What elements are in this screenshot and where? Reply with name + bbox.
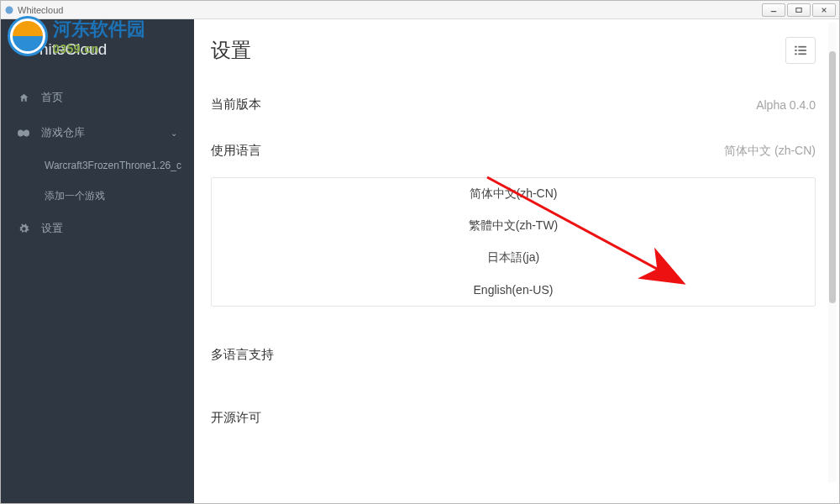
home-icon bbox=[18, 92, 29, 103]
window-titlebar: Whitecloud bbox=[1, 1, 839, 19]
sidebar: WhiteCloud 首页 游戏仓库 ⌄ Warcraft3FrozenThro… bbox=[1, 19, 194, 503]
language-dropdown-list: 简体中文(zh-CN) 繁體中文(zh-TW) 日本語(ja) English(… bbox=[211, 177, 816, 307]
sidebar-item-label: 设置 bbox=[41, 221, 63, 236]
version-label: 当前版本 bbox=[211, 97, 261, 113]
brand-title: WhiteCloud bbox=[1, 19, 194, 80]
sidebar-subitem-game[interactable]: Warcraft3FrozenThrone1.26_c bbox=[1, 150, 194, 181]
main-panel: 设置 当前版本 Alpha 0.4.0 使用语言 简体中文 (zh-CN) bbox=[194, 19, 839, 503]
chevron-down-icon: ⌄ bbox=[171, 129, 177, 138]
window-title: Whitecloud bbox=[18, 5, 63, 15]
sidebar-subitem-add[interactable]: 添加一个游戏 bbox=[1, 181, 194, 211]
sidebar-subitem-label: 添加一个游戏 bbox=[45, 189, 105, 203]
language-value: 简体中文 (zh-CN) bbox=[724, 144, 816, 159]
sidebar-item-settings[interactable]: 设置 bbox=[1, 211, 194, 246]
svg-rect-9 bbox=[798, 46, 806, 48]
lang-option-zh-tw[interactable]: 繁體中文(zh-TW) bbox=[212, 210, 815, 242]
scrollbar-thumb[interactable] bbox=[829, 51, 836, 303]
sidebar-item-home[interactable]: 首页 bbox=[1, 80, 194, 115]
list-icon bbox=[795, 45, 806, 55]
svg-rect-12 bbox=[795, 53, 797, 55]
version-value: Alpha 0.4.0 bbox=[756, 98, 816, 112]
svg-rect-11 bbox=[798, 50, 806, 51]
lang-option-zh-cn[interactable]: 简体中文(zh-CN) bbox=[212, 178, 815, 210]
svg-rect-10 bbox=[795, 50, 797, 51]
sidebar-subitem-label: Warcraft3FrozenThrone1.26_c bbox=[45, 160, 181, 171]
language-row[interactable]: 使用语言 简体中文 (zh-CN) bbox=[211, 128, 816, 174]
svg-rect-2 bbox=[796, 8, 801, 12]
lang-option-ja[interactable]: 日本語(ja) bbox=[212, 242, 815, 274]
app-icon bbox=[4, 5, 14, 15]
header-menu-button[interactable] bbox=[785, 37, 816, 64]
minimize-button[interactable] bbox=[762, 3, 785, 17]
svg-rect-13 bbox=[798, 53, 806, 55]
language-label: 使用语言 bbox=[211, 143, 261, 159]
svg-rect-8 bbox=[795, 46, 797, 48]
multilang-section[interactable]: 多语言支持 bbox=[211, 332, 816, 378]
gear-icon bbox=[18, 223, 29, 234]
page-title: 设置 bbox=[211, 37, 251, 64]
lang-option-en-us[interactable]: English(en-US) bbox=[212, 274, 815, 306]
version-row: 当前版本 Alpha 0.4.0 bbox=[211, 81, 816, 128]
license-section[interactable]: 开源许可 bbox=[211, 395, 816, 441]
sidebar-item-label: 游戏仓库 bbox=[41, 125, 85, 140]
svg-rect-7 bbox=[20, 131, 27, 135]
maximize-button[interactable] bbox=[787, 3, 811, 17]
close-button[interactable] bbox=[812, 3, 836, 17]
gamepad-icon bbox=[18, 128, 29, 139]
sidebar-item-library[interactable]: 游戏仓库 ⌄ bbox=[1, 115, 194, 150]
sidebar-item-label: 首页 bbox=[41, 90, 63, 105]
svg-point-0 bbox=[6, 6, 13, 13]
